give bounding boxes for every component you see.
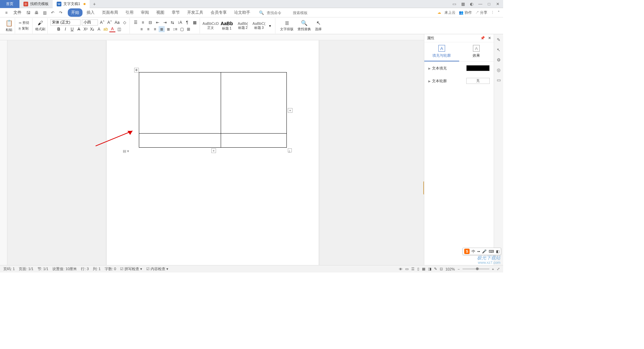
file-menu[interactable]: 文件 — [11, 9, 23, 16]
tab-paper-helper[interactable]: 论文助手 — [231, 8, 254, 17]
italic-button[interactable]: I — [62, 26, 68, 32]
line-spacing-icon[interactable]: ↕≡ — [172, 26, 178, 32]
bookmark-icon[interactable]: ▭ — [495, 77, 502, 83]
status-spellcheck[interactable]: ☑ 拼写检查 ▾ — [120, 266, 142, 271]
tab-document[interactable]: W 文字文稿1 — [53, 0, 90, 8]
save-icon[interactable]: 🖫 — [25, 10, 32, 16]
bullets-icon[interactable]: ☰ — [132, 19, 139, 26]
paste-button[interactable]: 📋 粘贴 — [5, 19, 13, 32]
style-heading3[interactable]: AaBbC(标题 3 — [251, 21, 267, 31]
ime-skin-icon[interactable]: ◧ — [496, 249, 499, 254]
maximize-button[interactable]: □ — [486, 1, 492, 7]
tab-effects[interactable]: A 效果 — [459, 42, 494, 61]
tab-section[interactable]: 章节 — [168, 8, 183, 17]
ime-toolbar[interactable]: S 中 •• 🎤 ⌨ ◧ — [463, 248, 501, 255]
table-add-column-button[interactable]: + — [288, 108, 292, 113]
table-add-row-button[interactable]: + — [211, 148, 216, 153]
close-button[interactable]: ✕ — [495, 1, 500, 7]
view-outline-icon[interactable]: ☰ — [411, 267, 415, 271]
close-panel-icon[interactable]: ✕ — [488, 36, 491, 40]
tab-fill-outline[interactable]: A 填充与轮廓 — [424, 42, 459, 61]
cloud-status[interactable]: 未上云 — [444, 10, 455, 15]
clear-format-icon[interactable]: ◇ — [121, 19, 127, 26]
search-template-input[interactable] — [293, 11, 316, 15]
tab-references[interactable]: 引用 — [122, 8, 137, 17]
decrease-indent-icon[interactable]: ⇤ — [155, 19, 161, 26]
zoom-in-button[interactable]: + — [492, 267, 494, 271]
strike-button[interactable]: A̶ — [76, 26, 82, 32]
font-name-select[interactable] — [50, 19, 80, 26]
view-read-icon[interactable]: ▯ — [417, 267, 419, 271]
distribute-icon[interactable]: ≣ — [165, 26, 171, 32]
user-avatar-icon[interactable]: ◐ — [469, 1, 474, 7]
window-layout-icon[interactable]: ▭ — [451, 1, 457, 7]
style-heading2[interactable]: AaBb(标题 2 — [235, 21, 251, 31]
location-icon[interactable]: ◎ — [495, 66, 502, 73]
tab-review[interactable]: 审阅 — [138, 8, 152, 17]
highlight-icon[interactable]: ab — [103, 26, 109, 32]
cut-button[interactable]: ✂剪切 — [18, 20, 30, 26]
fit-icon[interactable]: ⊡ — [440, 267, 443, 271]
cursor-select-icon[interactable]: ↖ — [495, 46, 502, 53]
edit-mode-icon[interactable]: ✎ — [434, 267, 437, 271]
ime-keyboard-icon[interactable]: ⌨ — [489, 249, 494, 254]
grow-font-icon[interactable]: A˄ — [99, 19, 105, 26]
tab-insert[interactable]: 插入 — [83, 8, 98, 17]
tab-view[interactable]: 视图 — [153, 8, 168, 17]
show-marks-icon[interactable]: ¶ — [184, 19, 190, 26]
ime-punct-icon[interactable]: •• — [477, 249, 480, 253]
bold-button[interactable]: B — [56, 26, 62, 32]
minimize-button[interactable]: — — [478, 1, 483, 7]
text-outline-select[interactable]: 无 — [466, 78, 490, 84]
tab-start[interactable]: 开始 — [68, 8, 83, 17]
status-content-check[interactable]: ☑ 内容检查 ▾ — [146, 266, 168, 271]
find-replace-button[interactable]: 🔍查找替换 — [296, 20, 313, 32]
increase-indent-icon[interactable]: ⇥ — [162, 19, 168, 26]
hamburger-icon[interactable]: ≡ — [3, 10, 9, 16]
ime-lang[interactable]: 中 — [472, 249, 475, 254]
tab-template[interactable]: D 找稻壳模板 — [19, 0, 53, 8]
borders-icon[interactable]: ▦ — [192, 19, 198, 26]
tab-page-layout[interactable]: 页面布局 — [99, 8, 121, 17]
expand-icon[interactable]: ▶ — [428, 80, 431, 83]
status-section[interactable]: 节: 1/1 — [38, 266, 48, 271]
subscript-button[interactable]: X₂ — [89, 26, 95, 32]
underline-button[interactable]: U — [69, 26, 75, 32]
sort-icon[interactable]: ↕A — [177, 19, 183, 26]
print-preview-icon[interactable]: ▥ — [42, 10, 48, 16]
table-cell-empty[interactable] — [139, 134, 221, 148]
align-justify-icon[interactable]: ≣ — [159, 26, 165, 32]
tab-char-icon[interactable]: ⇆ — [169, 19, 175, 26]
char-shading-icon[interactable]: ◫ — [116, 26, 122, 32]
zoom-level[interactable]: 102% — [445, 267, 455, 271]
search-command-input[interactable] — [267, 11, 290, 15]
apps-icon[interactable]: ▦ — [460, 1, 466, 7]
tab-home[interactable]: 首页 — [0, 0, 19, 8]
table-cell-empty[interactable] — [221, 72, 287, 134]
share-button[interactable]: ↗ 分享 — [475, 10, 487, 15]
table-borders-icon[interactable]: ⊞ — [185, 26, 192, 32]
status-page-number[interactable]: 页码: 1 — [3, 266, 15, 271]
multilevel-icon[interactable]: ⊟ — [147, 19, 153, 26]
font-size-select[interactable] — [82, 19, 98, 26]
collab-button[interactable]: 👥 协作 — [459, 10, 472, 15]
status-words[interactable]: 字数: 0 — [105, 266, 116, 271]
align-left-icon[interactable]: ≡ — [139, 26, 145, 32]
settings-icon[interactable]: ⚙ — [495, 56, 502, 63]
status-row[interactable]: 行: 3 — [81, 266, 89, 271]
collapse-ribbon-icon[interactable]: ˄ — [498, 10, 500, 15]
undo-icon[interactable]: ↶ — [50, 10, 56, 16]
text-effects-icon[interactable]: A — [96, 26, 102, 32]
more-icon[interactable]: ⋮ — [491, 10, 494, 15]
shrink-font-icon[interactable]: A˅ — [107, 19, 113, 26]
status-col[interactable]: 列: 1 — [93, 266, 101, 271]
pin-icon[interactable]: 📌 — [480, 36, 485, 40]
copy-button[interactable]: ⎘复制 — [18, 26, 30, 31]
style-heading1[interactable]: AaBb标题 1 — [219, 20, 235, 32]
expand-icon[interactable]: ▶ — [428, 67, 431, 70]
tab-devtools[interactable]: 开发工具 — [184, 8, 207, 17]
zoom-out-button[interactable]: − — [458, 267, 460, 271]
status-setting[interactable]: 设置值: 10厘米 — [52, 266, 77, 271]
status-page[interactable]: 页面: 1/1 — [19, 266, 33, 271]
pencil-icon[interactable]: ✎ — [495, 36, 502, 43]
